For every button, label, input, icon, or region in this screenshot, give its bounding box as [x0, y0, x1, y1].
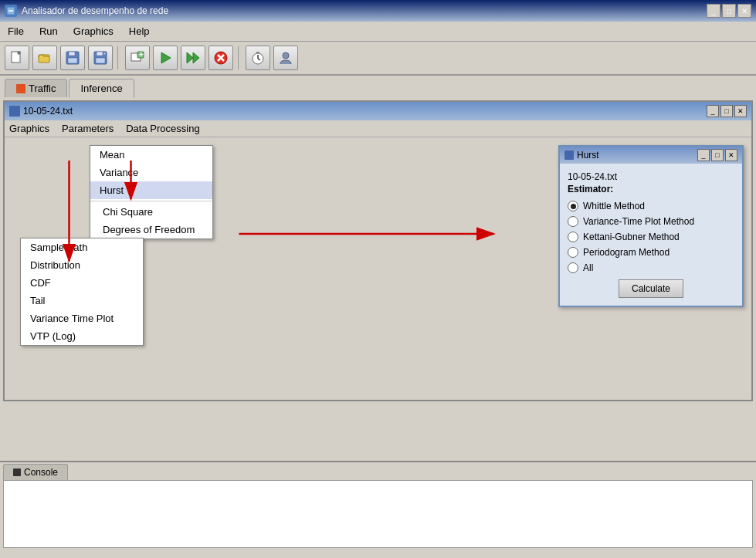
inner-minimize-button[interactable]: _: [707, 105, 719, 117]
save-button[interactable]: [60, 46, 85, 70]
radio-periodogram[interactable]: Periodogram Method: [568, 247, 734, 258]
inner-window: 10-05-24.txt _ □ ✕ Graphics Parameters D…: [3, 100, 753, 401]
tab-inference[interactable]: Inference: [69, 79, 134, 98]
radio-variance-time-circle[interactable]: [568, 216, 578, 227]
menu-item-hurst[interactable]: Hurst: [90, 181, 212, 199]
radio-periodogram-label: Periodogram Method: [583, 247, 670, 258]
svg-marker-16: [161, 52, 171, 63]
console-body: [3, 480, 753, 548]
console-tabs: Console: [0, 462, 756, 480]
main-content: 10-05-24.txt _ □ ✕ Graphics Parameters D…: [0, 97, 756, 461]
svg-text:+: +: [139, 50, 144, 59]
hurst-panel-title: Hurst: [577, 150, 599, 161]
svg-rect-25: [256, 52, 259, 53]
svg-rect-8: [68, 58, 77, 63]
tab-console[interactable]: Console: [3, 464, 68, 480]
inner-menu-data-processing[interactable]: Data Processing: [126, 123, 199, 134]
radio-all-label: All: [583, 262, 593, 273]
title-bar: Analisador de desempenho de rede _ □ ✕: [0, 0, 756, 22]
menu-item-chi-square[interactable]: Chi Square: [90, 203, 212, 221]
radio-variance-time-label: Variance-Time Plot Method: [583, 216, 694, 227]
maximize-button[interactable]: □: [722, 4, 736, 18]
svg-rect-11: [96, 58, 105, 63]
svg-text:*: *: [103, 52, 106, 57]
toolbar: * +: [0, 42, 756, 76]
hurst-content: 10-05-24.txt Estimator: Whittle Method V…: [560, 164, 742, 306]
inner-maximize-button[interactable]: □: [720, 105, 733, 117]
svg-marker-18: [193, 52, 199, 63]
radio-all[interactable]: All: [568, 262, 734, 273]
radio-whittle-label: Whittle Method: [583, 201, 645, 211]
new-button[interactable]: [5, 46, 29, 70]
inner-close-button[interactable]: ✕: [734, 105, 747, 117]
traffic-tab-icon: [16, 84, 25, 93]
user-button[interactable]: [273, 46, 298, 70]
radio-periodogram-circle[interactable]: [568, 247, 578, 258]
menu-item-vtp-log[interactable]: VTP (Log): [21, 327, 143, 345]
menu-help[interactable]: Help: [126, 24, 153, 39]
tab-traffic-label: Traffic: [29, 83, 56, 94]
menu-item-degrees[interactable]: Degrees of Freedom: [90, 221, 212, 238]
hurst-estimator-label: Estimator:: [568, 184, 734, 194]
menu-item-mean[interactable]: Mean: [90, 146, 212, 164]
app-title: Analisador de desempenho de rede: [22, 5, 168, 16]
parameters-dropdown: Sample Path Distribution CDF Tail Varian…: [20, 238, 144, 346]
radio-kettani-label: Kettani-Gubner Method: [583, 232, 680, 242]
inner-title-bar: 10-05-24.txt _ □ ✕: [5, 102, 751, 120]
radio-all-circle[interactable]: [568, 262, 578, 273]
menu-item-variance-time[interactable]: Variance Time Plot: [21, 309, 143, 327]
radio-whittle[interactable]: Whittle Method: [568, 201, 734, 211]
toolbar-separator-2: [238, 46, 241, 69]
hurst-panel: Hurst _ □ ✕ 10-05-24.txt Estimator: Whit…: [558, 145, 744, 307]
svg-rect-7: [69, 52, 75, 56]
menu-item-distribution[interactable]: Distribution: [21, 256, 143, 274]
console-tab-label: Console: [24, 467, 58, 478]
radio-kettani[interactable]: Kettani-Gubner Method: [568, 232, 734, 242]
hurst-panel-controls: _ □ ✕: [697, 149, 737, 161]
hurst-title-bar: Hurst _ □ ✕: [560, 147, 742, 164]
tab-traffic[interactable]: Traffic: [5, 79, 67, 97]
menu-item-tail[interactable]: Tail: [21, 292, 143, 309]
inner-window-title: 10-05-24.txt: [23, 106, 73, 117]
inner-window-controls: _ □ ✕: [707, 105, 747, 117]
hurst-close-button[interactable]: ✕: [725, 149, 737, 161]
radio-kettani-circle[interactable]: [568, 232, 578, 242]
inner-window-icon: [9, 106, 20, 117]
inner-menu-graphics[interactable]: Graphics: [9, 123, 49, 134]
app-icon: [5, 5, 17, 17]
main-tabs: Traffic Inference: [0, 76, 756, 97]
dropdown-divider: [90, 201, 212, 201]
menu-graphics[interactable]: Graphics: [70, 24, 117, 39]
menu-item-variance[interactable]: Variance: [90, 164, 212, 181]
run-button[interactable]: [153, 46, 178, 70]
inner-content: Mean Variance Hurst Chi Square Degrees o…: [5, 137, 751, 400]
svg-marker-17: [187, 52, 193, 63]
console-tab-icon: [13, 468, 21, 476]
menu-file[interactable]: File: [5, 24, 27, 39]
menu-item-cdf[interactable]: CDF: [21, 274, 143, 292]
stop-button[interactable]: [208, 46, 233, 70]
graphics-dropdown: Mean Variance Hurst Chi Square Degrees o…: [90, 145, 213, 239]
calculate-button[interactable]: Calculate: [619, 279, 683, 298]
hurst-maximize-button[interactable]: □: [711, 149, 724, 161]
inner-menu-parameters[interactable]: Parameters: [62, 123, 114, 134]
run-all-button[interactable]: [181, 46, 205, 70]
inner-menu-bar: Graphics Parameters Data Processing: [5, 120, 751, 137]
hurst-minimize-button[interactable]: _: [697, 149, 710, 161]
close-button[interactable]: ✕: [737, 4, 751, 18]
tab-inference-label: Inference: [80, 83, 122, 94]
minimize-button[interactable]: _: [707, 4, 720, 18]
add-button[interactable]: +: [125, 46, 150, 70]
menu-run[interactable]: Run: [36, 24, 61, 39]
window-controls: _ □ ✕: [707, 4, 751, 18]
hurst-panel-icon: [564, 150, 574, 160]
save-as-button[interactable]: *: [88, 46, 113, 70]
toolbar-separator-1: [117, 46, 120, 69]
radio-variance-time[interactable]: Variance-Time Plot Method: [568, 216, 734, 227]
menu-bar: File Run Graphics Help: [0, 22, 756, 42]
open-button[interactable]: [32, 46, 57, 70]
timer-button[interactable]: [246, 46, 270, 70]
radio-whittle-circle[interactable]: [568, 201, 578, 211]
svg-point-26: [283, 52, 289, 59]
menu-item-sample-path[interactable]: Sample Path: [21, 238, 143, 256]
